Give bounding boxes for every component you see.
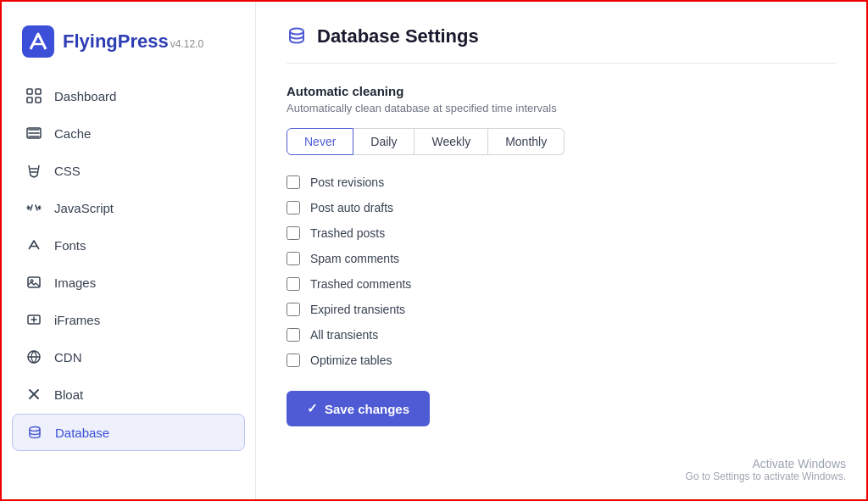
svg-rect-0: [22, 25, 54, 58]
sidebar-navigation: Dashboard Cache CSS: [2, 78, 255, 451]
label-trashed-posts: Trashed posts: [310, 226, 385, 240]
cdn-icon: [25, 348, 42, 365]
sidebar-item-css[interactable]: CSS: [12, 153, 245, 188]
section-title: Automatic cleaning: [287, 84, 836, 98]
sidebar-item-images[interactable]: Images: [12, 264, 245, 300]
sidebar-item-dashboard[interactable]: Dashboard: [12, 78, 245, 114]
checkbox-expired-transients-input[interactable]: [287, 303, 300, 316]
page-title: Database Settings: [317, 25, 479, 47]
css-icon: [25, 162, 42, 179]
checkbox-post-auto-drafts[interactable]: Post auto drafts: [287, 201, 836, 214]
sidebar-label-bloat: Bloat: [54, 387, 83, 402]
page-header: Database Settings: [287, 25, 836, 64]
sidebar-item-database[interactable]: Database: [12, 414, 245, 451]
checkbox-trashed-comments[interactable]: Trashed comments: [287, 277, 836, 291]
sidebar-item-cdn[interactable]: CDN: [12, 339, 245, 375]
checkbox-spam-comments[interactable]: Spam comments: [287, 252, 836, 265]
svg-point-11: [290, 29, 303, 35]
sidebar-label-javascript: JavaScript: [54, 201, 114, 215]
cache-icon: [25, 125, 42, 142]
sidebar-item-javascript[interactable]: JavaScript: [12, 190, 245, 225]
checkbox-post-auto-drafts-input[interactable]: [287, 201, 300, 214]
bloat-icon: [25, 386, 42, 403]
checkbox-expired-transients[interactable]: Expired transients: [287, 303, 836, 316]
activate-windows-subtitle: Go to Settings to activate Windows.: [686, 470, 846, 482]
checkbox-spam-comments-input[interactable]: [287, 252, 300, 265]
flyingpress-logo-icon: [22, 25, 54, 58]
label-post-revisions: Post revisions: [310, 175, 384, 189]
svg-rect-1: [27, 89, 32, 94]
checkbox-optimize-tables-input[interactable]: [287, 353, 300, 367]
sidebar-label-css: CSS: [54, 164, 81, 178]
label-expired-transients: Expired transients: [310, 303, 405, 316]
interval-button-group: Never Daily Weekly Monthly: [287, 128, 836, 155]
checkmark-icon: ✓: [307, 401, 318, 416]
checkbox-post-revisions-input[interactable]: [287, 175, 300, 189]
database-sidebar-icon: [26, 424, 43, 441]
dashboard-icon: [25, 87, 42, 104]
label-post-auto-drafts: Post auto drafts: [310, 201, 393, 214]
checkbox-trashed-comments-input[interactable]: [287, 277, 300, 291]
checkbox-post-revisions[interactable]: Post revisions: [287, 175, 836, 189]
fonts-icon: [25, 237, 42, 253]
logo: FlyingPressv4.12.0: [2, 19, 255, 78]
interval-weekly-button[interactable]: Weekly: [415, 128, 488, 155]
checkbox-optimize-tables[interactable]: Optimize tables: [287, 353, 836, 367]
iframes-icon: [25, 311, 42, 328]
app-name: FlyingPress: [63, 31, 169, 52]
svg-rect-4: [36, 97, 41, 103]
checkbox-trashed-posts-input[interactable]: [287, 226, 300, 240]
cleanup-options: Post revisions Post auto drafts Trashed …: [287, 175, 836, 367]
label-spam-comments: Spam comments: [310, 252, 399, 265]
label-trashed-comments: Trashed comments: [310, 277, 411, 291]
sidebar-label-cdn: CDN: [54, 350, 82, 365]
activate-windows-notice: Activate Windows Go to Settings to activ…: [686, 457, 846, 482]
sidebar: FlyingPressv4.12.0 Dashboard: [2, 2, 256, 499]
save-changes-button[interactable]: ✓ Save changes: [287, 391, 430, 426]
checkbox-trashed-posts[interactable]: Trashed posts: [287, 226, 836, 240]
interval-never-button[interactable]: Never: [287, 128, 353, 155]
activate-windows-title: Activate Windows: [686, 457, 846, 470]
save-button-label: Save changes: [325, 402, 409, 416]
sidebar-label-dashboard: Dashboard: [54, 89, 116, 103]
label-optimize-tables: Optimize tables: [310, 353, 392, 367]
sidebar-label-fonts: Fonts: [54, 238, 86, 253]
javascript-icon: [25, 199, 42, 216]
svg-rect-3: [27, 97, 32, 103]
label-all-transients: All transients: [310, 328, 378, 342]
sidebar-label-images: Images: [54, 276, 96, 290]
database-header-icon: [287, 26, 307, 47]
sidebar-item-fonts[interactable]: Fonts: [12, 227, 245, 263]
sidebar-label-database: Database: [55, 426, 109, 440]
main-content: Database Settings Automatic cleaning Aut…: [256, 2, 866, 499]
section-description: Automatically clean database at specifie…: [287, 102, 836, 114]
images-icon: [25, 274, 42, 291]
sidebar-label-iframes: iFrames: [54, 313, 100, 327]
svg-point-10: [30, 427, 40, 431]
automatic-cleaning-section: Automatic cleaning Automatically clean d…: [287, 84, 836, 426]
sidebar-item-cache[interactable]: Cache: [12, 115, 245, 151]
checkbox-all-transients[interactable]: All transients: [287, 328, 836, 342]
interval-monthly-button[interactable]: Monthly: [488, 128, 565, 155]
app-version: v4.12.0: [170, 38, 203, 50]
sidebar-item-bloat[interactable]: Bloat: [12, 376, 245, 412]
sidebar-item-iframes[interactable]: iFrames: [12, 302, 245, 337]
sidebar-label-cache: Cache: [54, 126, 91, 141]
interval-daily-button[interactable]: Daily: [353, 128, 415, 155]
svg-rect-2: [36, 89, 41, 94]
checkbox-all-transients-input[interactable]: [287, 328, 300, 342]
